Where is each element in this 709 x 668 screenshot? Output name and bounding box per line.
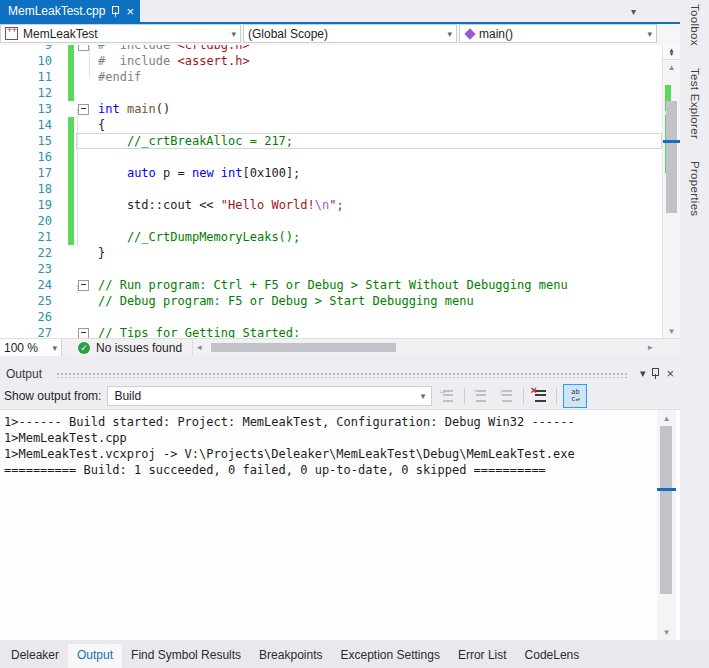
pane-splitter[interactable] — [0, 356, 680, 364]
scrollbar-thumb[interactable] — [211, 343, 396, 352]
editor-vertical-scrollbar[interactable]: ▴▾ ▴ ▾ — [662, 45, 680, 338]
output-line: 1>MemLeakTest.cpp — [4, 430, 680, 446]
indent-guide — [89, 45, 90, 77]
vs-window: MemLeakTest.cpp × ▾ MemLeakTest ▾ (Globa… — [0, 0, 709, 668]
code-line-20: 20 — [0, 213, 662, 229]
bottom-tab-deleaker[interactable]: Deleaker — [2, 644, 68, 668]
code-line-18: 18 — [0, 181, 662, 197]
zoom-dropdown[interactable]: 100 % ▾ — [0, 339, 62, 357]
output-title: Output — [6, 367, 42, 381]
editor-status-row: 100 % ▾ ✓ No issues found ◂ ▸ — [0, 338, 680, 356]
collapse-minus-icon[interactable] — [78, 45, 89, 51]
scroll-down-icon[interactable]: ▾ — [663, 324, 680, 338]
output-title-bar[interactable]: Output ▾ × — [0, 364, 680, 383]
code-text: //_CrtDumpMemoryLeaks(); — [98, 229, 300, 245]
change-bar-empty — [66, 325, 76, 338]
fold-toggle[interactable] — [76, 328, 98, 339]
code-text: { — [98, 117, 105, 133]
close-icon[interactable]: × — [666, 368, 674, 379]
member-dropdown[interactable]: main() ▾ — [459, 24, 657, 43]
code-text: auto p = new int[0x100]; — [98, 165, 300, 181]
bottom-tab-exception-settings[interactable]: Exception Settings — [331, 644, 448, 668]
caret-position-mark — [657, 488, 676, 491]
fold-toggle[interactable] — [76, 45, 98, 51]
change-bar-empty — [66, 277, 76, 293]
line-number: 15 — [0, 133, 66, 149]
toolbar-separator — [556, 388, 557, 404]
split-window-grip[interactable]: ▴▾ — [663, 44, 680, 60]
project-dropdown[interactable]: MemLeakTest ▾ — [0, 24, 241, 43]
code-text: #endif — [98, 69, 141, 85]
side-tab-toolbox[interactable]: Toolbox — [689, 4, 701, 46]
close-icon[interactable]: × — [126, 5, 134, 18]
pin-icon[interactable] — [111, 6, 120, 17]
change-bar — [66, 69, 76, 85]
check-circle-icon: ✓ — [78, 342, 90, 354]
code-text: // Debug program: F5 or Debug > Start De… — [98, 293, 474, 309]
code-line-21: 21 //_CrtDumpMemoryLeaks(); — [0, 229, 662, 245]
line-number: 22 — [0, 245, 66, 261]
side-tab-test-explorer[interactable]: Test Explorer — [689, 68, 701, 139]
collapse-minus-icon[interactable] — [78, 328, 89, 339]
change-bar-empty — [66, 309, 76, 325]
change-bar-empty — [66, 101, 76, 117]
pin-icon[interactable] — [651, 368, 660, 379]
output-source-dropdown[interactable]: Build ▾ — [107, 386, 432, 406]
document-health-indicator[interactable]: ✓ No issues found — [62, 339, 193, 356]
scrollbar-thumb[interactable] — [660, 426, 672, 594]
code-text: } — [98, 245, 105, 261]
toggle-word-wrap-icon[interactable]: ab c↵ — [563, 384, 587, 408]
fold-toggle[interactable] — [76, 104, 98, 115]
scrollbar-thumb[interactable] — [666, 101, 677, 213]
code-line-16: 16 — [0, 149, 662, 165]
scope-dropdown[interactable]: (Global Scope) ▾ — [243, 24, 457, 43]
code-line-12: 12 — [0, 85, 662, 101]
bottom-tab-output[interactable]: Output — [68, 644, 122, 668]
previous-message-icon[interactable]: ↑ — [471, 386, 491, 406]
scroll-left-icon[interactable]: ◂ — [197, 339, 209, 356]
member-dropdown-value: main() — [479, 27, 513, 41]
line-number: 20 — [0, 213, 66, 229]
scope-guide — [77, 109, 78, 245]
line-number: 21 — [0, 229, 66, 245]
next-message-icon[interactable]: ↓ — [497, 386, 517, 406]
scroll-up-icon[interactable]: ▴ — [657, 411, 676, 425]
change-bar — [66, 53, 76, 69]
output-toolbar: Show output from: Build ▾ ⌙ ↑ ↓ × ab c↵ — [0, 383, 680, 409]
code-text: int main() — [98, 101, 170, 117]
clear-all-icon[interactable]: × — [530, 386, 550, 406]
output-vertical-scrollbar[interactable]: ▴ ▾ — [657, 410, 676, 640]
editor-horizontal-scrollbar[interactable]: ◂ ▸ — [193, 339, 662, 356]
code-line-9: 9# include <crtdbg.h> — [0, 45, 662, 53]
bottom-tab-error-list[interactable]: Error List — [449, 644, 516, 668]
code-line-10: 10# include <assert.h> — [0, 53, 662, 69]
collapse-minus-icon[interactable] — [78, 280, 89, 291]
code-line-13: 13int main() — [0, 101, 662, 117]
code-editor[interactable]: 9# include <crtdbg.h>10# include <assert… — [0, 45, 662, 338]
change-bar — [66, 85, 76, 101]
change-bar — [66, 181, 76, 197]
project-dropdown-value: MemLeakTest — [23, 27, 98, 41]
side-tool-tabs: ToolboxTest ExplorerProperties — [680, 0, 709, 640]
find-message-in-code-icon[interactable]: ⌙ — [438, 386, 458, 406]
bottom-tab-breakpoints[interactable]: Breakpoints — [250, 644, 331, 668]
change-bar-empty — [66, 293, 76, 309]
tab-overflow-icon[interactable]: ▾ — [631, 6, 680, 17]
bottom-tab-codelens[interactable]: CodeLens — [516, 644, 589, 668]
bottom-tab-find-symbol-results[interactable]: Find Symbol Results — [122, 644, 250, 668]
fold-toggle[interactable] — [76, 280, 98, 291]
scroll-down-icon[interactable]: ▾ — [657, 625, 676, 639]
toolbar-separator — [523, 388, 524, 404]
code-line-17: 17 auto p = new int[0x100]; — [0, 165, 662, 181]
scroll-up-icon[interactable]: ▴ — [663, 60, 680, 74]
scroll-right-icon[interactable]: ▸ — [648, 339, 660, 356]
line-number: 24 — [0, 277, 66, 293]
health-text: No issues found — [96, 341, 182, 355]
output-text-area[interactable]: 1>------ Build started: Project: MemLeak… — [0, 409, 680, 640]
line-number: 13 — [0, 101, 66, 117]
document-tab-memleaktest[interactable]: MemLeakTest.cpp × — [0, 0, 140, 22]
collapse-minus-icon[interactable] — [78, 104, 89, 115]
side-tab-properties[interactable]: Properties — [689, 161, 701, 216]
window-position-icon[interactable]: ▾ — [640, 368, 646, 379]
drag-handle[interactable] — [56, 372, 628, 378]
